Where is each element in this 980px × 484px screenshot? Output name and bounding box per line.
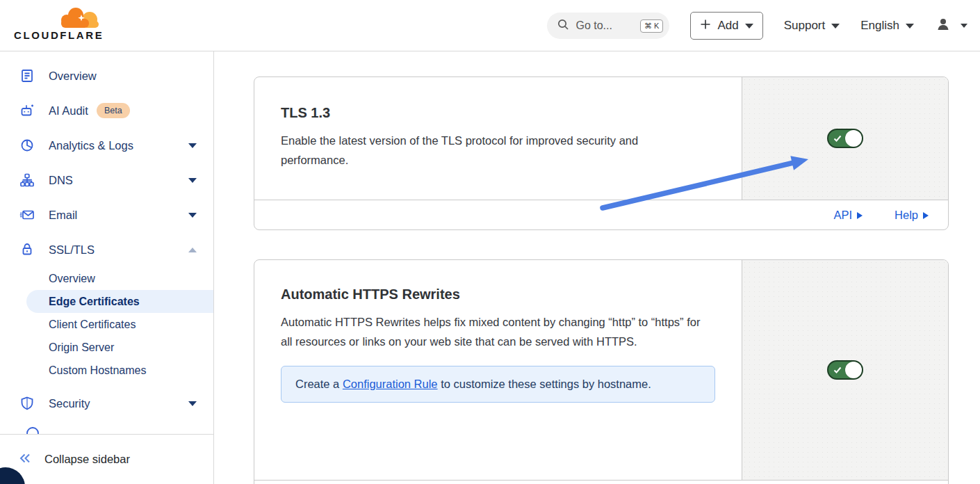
collapse-sidebar-label: Collapse sidebar	[44, 453, 130, 466]
beta-badge: Beta	[97, 103, 130, 118]
chevron-down-icon	[745, 24, 753, 29]
api-link[interactable]: API	[833, 209, 863, 222]
sidebar: Overview AI Audit Beta Analytics & Logs	[0, 51, 214, 484]
toggle-knob	[845, 130, 862, 147]
global-search[interactable]: Go to... ⌘ K	[547, 13, 669, 39]
chevron-down-icon	[961, 24, 967, 28]
clipboard-icon	[19, 68, 35, 83]
triangle-right-icon	[857, 212, 863, 219]
automatic-https-rewrites-toggle[interactable]	[827, 360, 863, 380]
chevron-down-icon	[831, 24, 840, 29]
help-link[interactable]: Help	[895, 209, 929, 222]
chevron-down-icon	[188, 213, 197, 218]
sidebar-subitem-label: Edge Certificates	[49, 296, 140, 308]
triangle-right-icon	[923, 212, 929, 219]
sidebar-subitem-label: Client Certificates	[49, 318, 136, 331]
brand-wordmark: CLOUDFLARE	[14, 29, 104, 41]
double-chevron-left-icon	[18, 451, 32, 468]
tls-13-card: TLS 1.3 Enable the latest version of the…	[254, 76, 949, 230]
sidebar-subitem-label: Custom Hostnames	[49, 364, 147, 377]
app-header: CLOUDFLARE Go to... ⌘ K Add Support Engl…	[0, 0, 980, 51]
info-text: to customize these settings by hostname.	[438, 378, 651, 390]
toggle-panel	[742, 77, 948, 200]
card-description: Enable the latest version of the TLS pro…	[281, 131, 706, 170]
check-icon	[833, 366, 842, 374]
sitemap-icon	[19, 172, 35, 188]
info-text: Create a	[295, 378, 343, 390]
sidebar-subitem-custom-hostnames[interactable]: Custom Hostnames	[0, 359, 213, 382]
chevron-down-icon	[906, 24, 914, 29]
api-link-label: API	[833, 209, 852, 222]
language-menu[interactable]: English	[860, 19, 914, 33]
cloudflare-logo[interactable]: CLOUDFLARE	[14, 6, 104, 41]
collapse-sidebar-button[interactable]: Collapse sidebar	[0, 434, 213, 484]
check-icon	[833, 134, 842, 143]
plus-icon	[700, 19, 711, 33]
sidebar-subitem-ssl-overview[interactable]: Overview	[0, 267, 213, 290]
configuration-rule-info-box: Create a Configuration Rule to customize…	[281, 366, 715, 403]
sidebar-item-label: DNS	[49, 174, 73, 187]
sidebar-item-label: Security	[49, 397, 90, 410]
sidebar-item-analytics-logs[interactable]: Analytics & Logs	[0, 128, 213, 163]
envelope-icon	[19, 207, 35, 223]
chevron-down-icon	[188, 401, 197, 406]
chevron-down-icon	[188, 143, 197, 148]
sidebar-item-security[interactable]: Security	[0, 386, 213, 421]
card-description: Automatic HTTPS Rewrites helps fix mixed…	[281, 312, 706, 352]
shield-icon	[19, 396, 35, 411]
sidebar-subitem-label: Origin Server	[49, 341, 114, 354]
sidebar-item-overview[interactable]: Overview	[0, 58, 213, 93]
help-link-label: Help	[895, 209, 918, 222]
robot-icon	[19, 103, 35, 118]
sidebar-subitem-client-certificates[interactable]: Client Certificates	[0, 313, 213, 336]
sidebar-item-dns[interactable]: DNS	[0, 163, 213, 197]
chevron-down-icon	[188, 178, 197, 183]
search-placeholder: Go to...	[575, 19, 612, 32]
search-icon	[557, 18, 569, 33]
pie-chart-icon	[19, 138, 35, 153]
support-menu[interactable]: Support	[784, 19, 840, 33]
toggle-knob	[845, 362, 862, 378]
sidebar-item-ssl-tls[interactable]: SSL/TLS	[0, 232, 213, 267]
sidebar-item-label: SSL/TLS	[49, 243, 95, 257]
account-menu[interactable]	[935, 16, 967, 35]
search-shortcut-badge: ⌘ K	[640, 19, 663, 33]
sidebar-item-label: AI Audit	[49, 104, 88, 118]
card-title: TLS 1.3	[281, 105, 742, 121]
sidebar-item-email[interactable]: Email	[0, 197, 213, 232]
toggle-panel	[742, 260, 948, 480]
cloudflare-cloud-icon	[14, 6, 104, 28]
sidebar-item-label: Overview	[49, 70, 97, 83]
tls-13-toggle[interactable]	[827, 129, 863, 148]
chevron-up-icon	[188, 248, 197, 252]
language-menu-label: English	[860, 19, 899, 33]
add-button-label: Add	[717, 19, 738, 33]
card-title: Automatic HTTPS Rewrites	[281, 287, 742, 302]
support-menu-label: Support	[784, 19, 826, 33]
automatic-https-rewrites-card: Automatic HTTPS Rewrites Automatic HTTPS…	[254, 259, 949, 484]
sidebar-item-label: Analytics & Logs	[49, 139, 133, 152]
add-button[interactable]: Add	[690, 12, 762, 40]
padlock-icon	[19, 242, 35, 257]
configuration-rule-link[interactable]: Configuration Rule	[343, 378, 438, 390]
user-icon	[935, 16, 952, 35]
sidebar-item-ai-audit[interactable]: AI Audit Beta	[0, 93, 213, 128]
sidebar-subitem-label: Overview	[49, 273, 95, 285]
sidebar-item-label: Email	[49, 209, 77, 222]
sidebar-subitem-origin-server[interactable]: Origin Server	[0, 336, 213, 359]
sidebar-subitem-edge-certificates[interactable]: Edge Certificates	[0, 290, 213, 313]
